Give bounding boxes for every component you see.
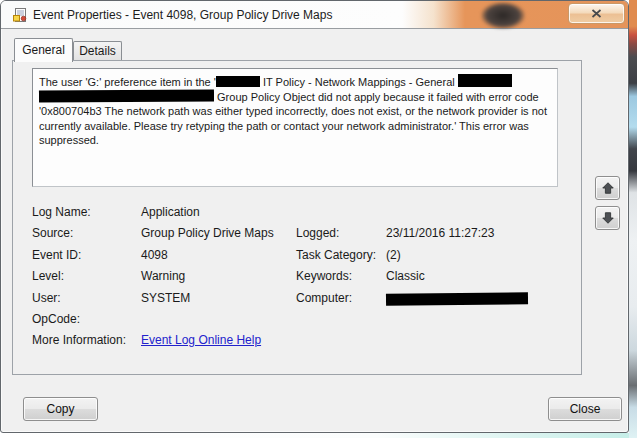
tab-details[interactable]: Details xyxy=(73,41,122,60)
field-label: More Information: xyxy=(32,333,141,347)
scroll-up-button[interactable] xyxy=(595,176,620,200)
redacted-computer-value xyxy=(386,292,528,305)
event-properties-dialog: Event Properties - Event 4098, Group Pol… xyxy=(0,0,629,433)
close-x-icon xyxy=(591,9,602,18)
field-row: Log Name: Application xyxy=(32,205,577,226)
copy-button[interactable]: Copy xyxy=(23,397,98,421)
close-dialog-button[interactable]: Close xyxy=(548,397,622,421)
field-label: Event ID: xyxy=(32,248,141,262)
field-value xyxy=(386,291,577,308)
description-text: The user 'G:' preference item in the ' xyxy=(39,76,216,88)
field-label: Logged: xyxy=(296,226,386,240)
field-value: (2) xyxy=(386,248,577,262)
arrow-up-icon xyxy=(601,181,615,195)
event-description-box[interactable]: The user 'G:' preference item in the ' I… xyxy=(32,68,558,187)
field-row: Level: Warning Keywords: Classic xyxy=(32,269,577,290)
field-row: More Information: Event Log Online Help xyxy=(32,333,577,354)
close-button[interactable] xyxy=(568,3,625,24)
field-value: 4098 xyxy=(141,248,296,262)
screenshot-root: Event Properties - Event 4098, Group Pol… xyxy=(0,0,637,438)
field-row: OpCode: xyxy=(32,312,577,333)
blurred-redaction-blob xyxy=(481,2,525,29)
field-row: Event ID: 4098 Task Category: (2) xyxy=(32,248,577,269)
scroll-down-button[interactable] xyxy=(595,206,620,230)
field-value: 23/11/2016 11:27:23 xyxy=(386,226,577,240)
desktop-background-bottom-edge xyxy=(0,433,629,438)
field-label: Source: xyxy=(32,226,141,240)
event-log-online-help-link[interactable]: Event Log Online Help xyxy=(141,333,261,347)
field-value: SYSTEM xyxy=(141,291,296,305)
field-value: Event Log Online Help xyxy=(141,333,296,347)
titlebar[interactable]: Event Properties - Event 4098, Group Pol… xyxy=(1,1,628,29)
field-label: Keywords: xyxy=(296,269,386,283)
field-label: Task Category: xyxy=(296,248,386,262)
description-text: IT Policy - Network Mappings - General xyxy=(260,76,458,88)
field-value: Classic xyxy=(386,269,577,283)
field-row: Source: Group Policy Drive Maps Logged: … xyxy=(32,226,577,247)
field-value: Warning xyxy=(141,269,296,283)
general-tab-panel: The user 'G:' preference item in the ' I… xyxy=(12,60,582,375)
event-properties-icon xyxy=(12,7,28,23)
field-label: Log Name: xyxy=(32,205,141,219)
detail-fields: Log Name: Application Source: Group Poli… xyxy=(32,205,577,355)
desktop-background-right-edge xyxy=(629,0,637,438)
field-label: OpCode: xyxy=(32,312,141,326)
redaction-bar xyxy=(216,76,260,87)
redaction-bar xyxy=(39,89,214,102)
field-label: Level: xyxy=(32,269,141,283)
field-label: Computer: xyxy=(296,291,386,305)
arrow-down-icon xyxy=(601,211,615,225)
field-value: Application xyxy=(141,205,296,219)
field-label: User: xyxy=(32,291,141,305)
field-row: User: SYSTEM Computer: xyxy=(32,291,577,312)
event-description: The user 'G:' preference item in the ' I… xyxy=(39,74,551,148)
window-title: Event Properties - Event 4098, Group Pol… xyxy=(33,8,332,22)
tab-general[interactable]: General xyxy=(14,38,73,62)
redaction-bar xyxy=(458,74,512,87)
field-value: Group Policy Drive Maps xyxy=(141,226,296,240)
